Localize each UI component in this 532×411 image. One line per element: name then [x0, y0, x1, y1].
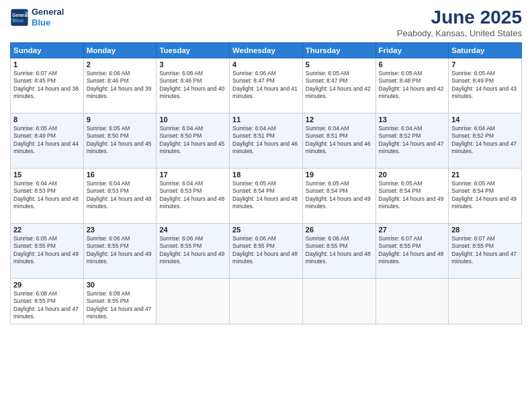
calendar-week-row: 8 Sunrise: 6:05 AMSunset: 8:49 PMDayligh…	[11, 113, 522, 169]
cell-text: Sunrise: 6:04 AMSunset: 8:52 PMDaylight:…	[379, 125, 444, 154]
calendar-header-saturday: Saturday	[449, 43, 522, 58]
cell-text: Sunrise: 6:05 AMSunset: 8:49 PMDaylight:…	[13, 125, 79, 154]
calendar-week-row: 22 Sunrise: 6:05 AMSunset: 8:55 PMDaylig…	[11, 224, 522, 279]
calendar-header-thursday: Thursday	[302, 43, 375, 58]
day-number: 5	[306, 60, 373, 68]
calendar-cell: 5 Sunrise: 6:05 AMSunset: 8:47 PMDayligh…	[302, 58, 375, 113]
calendar-cell: 13 Sunrise: 6:04 AMSunset: 8:52 PMDaylig…	[375, 113, 449, 169]
day-number: 16	[87, 171, 154, 179]
cell-text: Sunrise: 6:05 AMSunset: 8:54 PMDaylight:…	[232, 180, 298, 210]
calendar-header-friday: Friday	[375, 43, 449, 58]
cell-text: Sunrise: 6:07 AMSunset: 8:45 PMDaylight:…	[13, 70, 79, 99]
calendar-cell: 8 Sunrise: 6:05 AMSunset: 8:49 PMDayligh…	[11, 113, 84, 169]
calendar-cell: 23 Sunrise: 6:06 AMSunset: 8:55 PMDaylig…	[83, 224, 157, 279]
calendar-cell: 20 Sunrise: 6:05 AMSunset: 8:54 PMDaylig…	[375, 169, 449, 224]
calendar-cell	[302, 279, 375, 324]
cell-text: Sunrise: 6:04 AMSunset: 8:53 PMDaylight:…	[159, 180, 224, 210]
day-number: 23	[87, 226, 154, 234]
calendar-cell: 30 Sunrise: 6:08 AMSunset: 8:55 PMDaylig…	[83, 279, 157, 324]
calendar-cell: 27 Sunrise: 6:07 AMSunset: 8:55 PMDaylig…	[375, 224, 449, 279]
calendar-cell: 1 Sunrise: 6:07 AMSunset: 8:45 PMDayligh…	[11, 58, 84, 113]
cell-text: Sunrise: 6:06 AMSunset: 8:47 PMDaylight:…	[232, 70, 298, 99]
cell-text: Sunrise: 6:04 AMSunset: 8:53 PMDaylight:…	[87, 180, 152, 210]
calendar-header-sunday: Sunday	[11, 43, 84, 58]
calendar-cell: 9 Sunrise: 6:05 AMSunset: 8:50 PMDayligh…	[83, 113, 157, 169]
cell-text: Sunrise: 6:04 AMSunset: 8:53 PMDaylight:…	[13, 180, 79, 210]
calendar-cell: 26 Sunrise: 6:06 AMSunset: 8:55 PMDaylig…	[302, 224, 375, 279]
month-title: June 2025	[397, 7, 522, 28]
logo: General Blue General Blue	[10, 7, 64, 28]
day-number: 8	[13, 116, 81, 124]
cell-text: Sunrise: 6:05 AMSunset: 8:54 PMDaylight:…	[451, 180, 517, 210]
cell-text: Sunrise: 6:05 AMSunset: 8:50 PMDaylight:…	[87, 125, 152, 154]
cell-text: Sunrise: 6:06 AMSunset: 8:55 PMDaylight:…	[306, 235, 371, 265]
page: General Blue General Blue June 2025 Peab…	[0, 0, 532, 411]
cell-text: Sunrise: 6:08 AMSunset: 8:55 PMDaylight:…	[13, 290, 79, 320]
logo-text: General Blue	[32, 7, 64, 28]
day-number: 22	[13, 226, 81, 234]
calendar-cell: 29 Sunrise: 6:08 AMSunset: 8:55 PMDaylig…	[11, 279, 84, 324]
calendar-cell: 28 Sunrise: 6:07 AMSunset: 8:55 PMDaylig…	[449, 224, 522, 279]
cell-text: Sunrise: 6:06 AMSunset: 8:55 PMDaylight:…	[232, 235, 298, 265]
day-number: 6	[379, 60, 446, 68]
calendar-cell: 16 Sunrise: 6:04 AMSunset: 8:53 PMDaylig…	[83, 169, 157, 224]
cell-text: Sunrise: 6:08 AMSunset: 8:55 PMDaylight:…	[87, 290, 152, 320]
day-number: 13	[379, 116, 446, 124]
day-number: 28	[451, 226, 519, 234]
day-number: 11	[232, 116, 300, 124]
calendar-week-row: 29 Sunrise: 6:08 AMSunset: 8:55 PMDaylig…	[11, 279, 522, 324]
calendar-header-row: SundayMondayTuesdayWednesdayThursdayFrid…	[11, 43, 522, 58]
day-number: 10	[159, 116, 226, 124]
day-number: 27	[379, 226, 446, 234]
cell-text: Sunrise: 6:05 AMSunset: 8:48 PMDaylight:…	[379, 70, 444, 99]
calendar-cell: 6 Sunrise: 6:05 AMSunset: 8:48 PMDayligh…	[375, 58, 449, 113]
day-number: 30	[87, 281, 154, 289]
calendar-cell: 15 Sunrise: 6:04 AMSunset: 8:53 PMDaylig…	[11, 169, 84, 224]
calendar-cell: 10 Sunrise: 6:04 AMSunset: 8:50 PMDaylig…	[157, 113, 230, 169]
calendar-cell: 3 Sunrise: 6:06 AMSunset: 8:46 PMDayligh…	[157, 58, 230, 113]
cell-text: Sunrise: 6:04 AMSunset: 8:50 PMDaylight:…	[159, 125, 224, 154]
calendar-cell	[230, 279, 303, 324]
day-number: 26	[306, 226, 373, 234]
calendar-cell: 18 Sunrise: 6:05 AMSunset: 8:54 PMDaylig…	[230, 169, 303, 224]
calendar-cell: 21 Sunrise: 6:05 AMSunset: 8:54 PMDaylig…	[449, 169, 522, 224]
cell-text: Sunrise: 6:05 AMSunset: 8:47 PMDaylight:…	[306, 70, 371, 99]
day-number: 24	[159, 226, 226, 234]
day-number: 18	[232, 171, 300, 179]
calendar-week-row: 15 Sunrise: 6:04 AMSunset: 8:53 PMDaylig…	[11, 169, 522, 224]
day-number: 14	[451, 116, 519, 124]
cell-text: Sunrise: 6:07 AMSunset: 8:55 PMDaylight:…	[451, 235, 517, 265]
calendar-cell	[449, 279, 522, 324]
header: General Blue General Blue June 2025 Peab…	[10, 7, 522, 38]
calendar-cell: 14 Sunrise: 6:04 AMSunset: 8:52 PMDaylig…	[449, 113, 522, 169]
calendar-cell: 12 Sunrise: 6:04 AMSunset: 8:51 PMDaylig…	[302, 113, 375, 169]
location-subtitle: Peabody, Kansas, United States	[397, 28, 522, 38]
cell-text: Sunrise: 6:06 AMSunset: 8:55 PMDaylight:…	[87, 235, 152, 265]
calendar-header-monday: Monday	[83, 43, 157, 58]
day-number: 29	[13, 281, 81, 289]
cell-text: Sunrise: 6:04 AMSunset: 8:51 PMDaylight:…	[232, 125, 298, 154]
cell-text: Sunrise: 6:05 AMSunset: 8:49 PMDaylight:…	[451, 70, 517, 99]
cell-text: Sunrise: 6:05 AMSunset: 8:55 PMDaylight:…	[13, 235, 79, 265]
calendar-cell: 11 Sunrise: 6:04 AMSunset: 8:51 PMDaylig…	[230, 113, 303, 169]
cell-text: Sunrise: 6:06 AMSunset: 8:46 PMDaylight:…	[87, 70, 152, 99]
cell-text: Sunrise: 6:04 AMSunset: 8:51 PMDaylight:…	[306, 125, 371, 154]
calendar-header-tuesday: Tuesday	[157, 43, 230, 58]
day-number: 20	[379, 171, 446, 179]
day-number: 2	[87, 60, 154, 68]
cell-text: Sunrise: 6:04 AMSunset: 8:52 PMDaylight:…	[451, 125, 517, 154]
calendar-cell: 2 Sunrise: 6:06 AMSunset: 8:46 PMDayligh…	[83, 58, 157, 113]
day-number: 15	[13, 171, 81, 179]
cell-text: Sunrise: 6:06 AMSunset: 8:55 PMDaylight:…	[159, 235, 224, 265]
calendar-table: SundayMondayTuesdayWednesdayThursdayFrid…	[10, 42, 522, 324]
cell-text: Sunrise: 6:07 AMSunset: 8:55 PMDaylight:…	[379, 235, 444, 265]
calendar-cell: 17 Sunrise: 6:04 AMSunset: 8:53 PMDaylig…	[157, 169, 230, 224]
day-number: 12	[306, 116, 373, 124]
day-number: 1	[13, 60, 81, 68]
calendar-cell: 22 Sunrise: 6:05 AMSunset: 8:55 PMDaylig…	[11, 224, 84, 279]
svg-text:Blue: Blue	[13, 17, 24, 24]
day-number: 4	[232, 60, 300, 68]
day-number: 21	[451, 171, 519, 179]
day-number: 17	[159, 171, 226, 179]
calendar-cell: 7 Sunrise: 6:05 AMSunset: 8:49 PMDayligh…	[449, 58, 522, 113]
